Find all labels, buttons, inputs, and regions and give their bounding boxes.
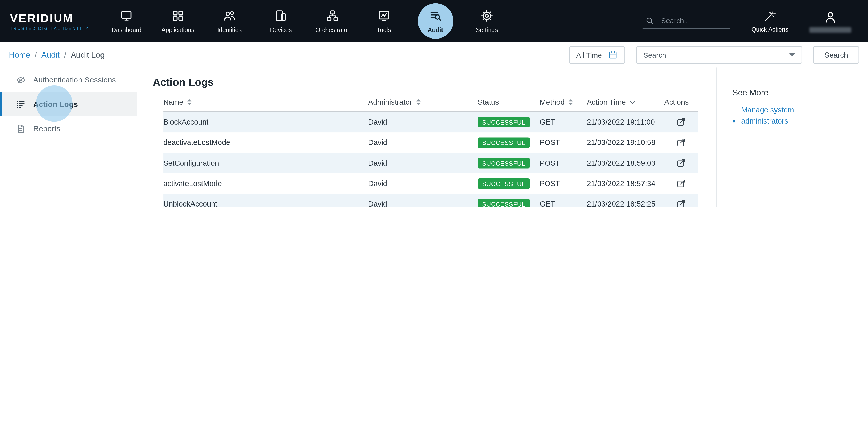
quick-actions-button[interactable]: Quick Actions: [751, 10, 788, 33]
column-header-action-time[interactable]: Action Time: [587, 98, 664, 106]
sidebar-item-reports[interactable]: Reports: [0, 116, 137, 141]
cell-method: POST: [540, 139, 587, 147]
column-header-name[interactable]: Name: [163, 98, 368, 106]
breadcrumb-audit[interactable]: Audit: [41, 50, 60, 59]
column-label: Actions: [664, 98, 689, 106]
sidebar-items: Authentication Sessions Action Logs Repo…: [0, 67, 137, 141]
column-label: Administrator: [368, 98, 412, 106]
nav-item-orchestrator[interactable]: Orchestrator: [307, 0, 358, 42]
sidebar-item-action-logs[interactable]: Action Logs: [0, 92, 137, 116]
see-more-panel: See More Manage system administrators: [716, 67, 868, 207]
nav-item-settings[interactable]: Settings: [461, 0, 513, 42]
cell-actions: [664, 199, 698, 207]
cell-administrator: David: [368, 159, 478, 167]
applications-icon: [171, 9, 185, 23]
column-header-administrator[interactable]: Administrator: [368, 98, 478, 106]
eye-off-icon: [16, 75, 26, 85]
cell-name: UnblockAccount: [163, 200, 368, 207]
open-action-icon[interactable]: [676, 117, 686, 127]
orchestrator-icon: [326, 9, 339, 23]
open-action-icon[interactable]: [676, 178, 686, 189]
cell-method: GET: [540, 118, 587, 126]
status-badge: SUCCESSFUL: [478, 137, 530, 148]
identities-icon: [222, 9, 237, 23]
sort-icon: [568, 99, 573, 105]
action-logs-table: Name Administrator Status Method Action …: [163, 93, 698, 207]
open-action-icon[interactable]: [676, 137, 686, 148]
tools-icon: [377, 9, 391, 23]
nav-item-tools[interactable]: Tools: [358, 0, 409, 42]
breadcrumb: Home / Audit / Audit Log: [9, 50, 104, 59]
breadcrumb-separator: /: [35, 50, 37, 59]
nav-item-applications[interactable]: Applications: [152, 0, 204, 42]
cell-administrator: David: [368, 179, 478, 188]
cell-action-time: 21/03/2022 18:52:25: [587, 200, 664, 207]
manage-admins-link[interactable]: Manage system administrators: [741, 105, 807, 126]
cell-method: POST: [540, 179, 587, 188]
table-row: BlockAccount David SUCCESSFUL GET 21/03/…: [163, 112, 698, 132]
global-search-input[interactable]: [660, 16, 726, 25]
nav-item-identities[interactable]: Identities: [204, 0, 255, 42]
main-content: Action Logs Name Administrator Status Me…: [137, 67, 716, 207]
page-body: Authentication Sessions Action Logs Repo…: [0, 67, 868, 207]
column-label: Action Time: [587, 98, 626, 106]
breadcrumb-home[interactable]: Home: [9, 50, 30, 59]
sort-icon: [187, 99, 191, 105]
cell-administrator: David: [368, 139, 478, 147]
table-row: UnblockAccount David SUCCESSFUL GET 21/0…: [163, 194, 698, 207]
open-action-icon[interactable]: [676, 199, 686, 207]
veridium-logo[interactable]: VERIDIUM TRUSTED DIGITAL IDENTITY: [0, 11, 93, 31]
page-title: Action Logs: [153, 77, 716, 89]
time-filter-label: All Time: [576, 51, 602, 59]
table-row: deactivateLostMode David SUCCESSFUL POST…: [163, 132, 698, 153]
user-name-redacted: [809, 27, 851, 32]
cell-status: SUCCESSFUL: [478, 158, 540, 169]
cell-name: SetConfiguration: [163, 159, 368, 167]
sort-desc-icon: [629, 98, 635, 104]
column-header-status: Status: [478, 98, 540, 106]
breadcrumb-separator: /: [64, 50, 66, 59]
sidebar-item-authentication-sessions[interactable]: Authentication Sessions: [0, 67, 137, 92]
status-badge: SUCCESSFUL: [478, 117, 530, 127]
veridium-admin-app: VERIDIUM TRUSTED DIGITAL IDENTITY Dashbo…: [0, 0, 868, 207]
cell-actions: [664, 178, 698, 189]
sort-icon: [416, 99, 420, 105]
audit-icon: [429, 9, 442, 23]
top-navigation-bar: VERIDIUM TRUSTED DIGITAL IDENTITY Dashbo…: [0, 0, 868, 42]
caret-down-icon: [789, 53, 795, 57]
devices-icon: [274, 9, 288, 23]
search-filter-dropdown[interactable]: Search: [636, 46, 802, 64]
cell-name: deactivateLostMode: [163, 139, 368, 147]
user-profile-button[interactable]: [809, 10, 851, 33]
cell-status: SUCCESSFUL: [478, 199, 540, 207]
nav-item-audit[interactable]: Audit: [410, 0, 461, 42]
open-action-icon[interactable]: [676, 158, 686, 169]
search-button[interactable]: Search: [813, 46, 859, 64]
column-label: Status: [478, 98, 499, 106]
search-filter-value: Search: [643, 51, 666, 59]
see-more-list: Manage system administrators: [733, 105, 857, 126]
cell-actions: [664, 158, 698, 169]
cell-actions: [664, 137, 698, 148]
nav-item-dashboard[interactable]: Dashboard: [101, 0, 152, 42]
table-row: activateLostMode David SUCCESSFUL POST 2…: [163, 173, 698, 194]
column-header-method[interactable]: Method: [540, 98, 587, 106]
status-badge: SUCCESSFUL: [478, 158, 530, 169]
magic-wand-icon: [764, 10, 776, 23]
cell-name: activateLostMode: [163, 179, 368, 188]
primary-nav: Dashboard Applications Identities Device…: [101, 0, 513, 42]
time-filter-button[interactable]: All Time: [569, 46, 625, 64]
report-icon: [16, 123, 26, 134]
user-icon: [823, 10, 838, 24]
cell-status: SUCCESSFUL: [478, 117, 540, 127]
calendar-icon: [608, 50, 618, 60]
cell-method: GET: [540, 200, 587, 207]
table-row: SetConfiguration David SUCCESSFUL POST 2…: [163, 153, 698, 173]
cell-method: POST: [540, 159, 587, 167]
cell-action-time: 21/03/2022 18:57:34: [587, 179, 664, 188]
search-icon: [645, 16, 654, 25]
column-label: Name: [163, 98, 183, 106]
global-search[interactable]: [643, 13, 731, 29]
subbar-controls: All Time Search Search: [569, 46, 859, 64]
nav-item-devices[interactable]: Devices: [255, 0, 307, 42]
